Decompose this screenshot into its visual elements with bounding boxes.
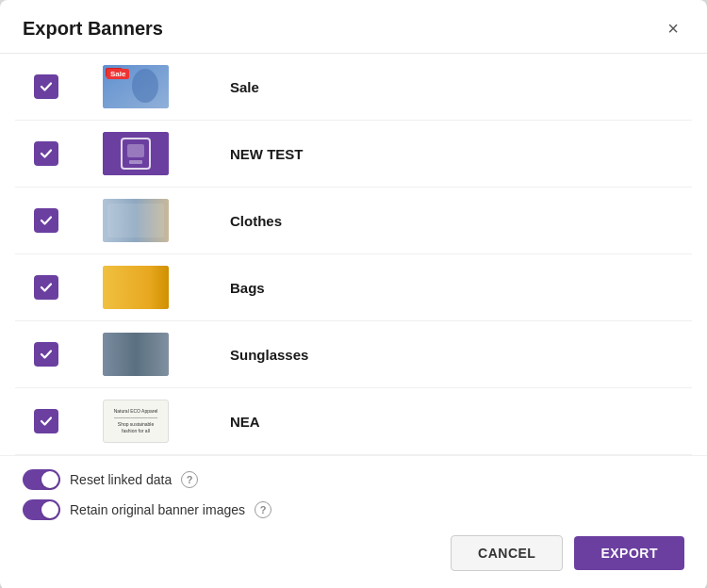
modal-title: Export Banners: [23, 18, 163, 40]
svg-rect-9: [107, 204, 164, 237]
modal-body: Sale Sale: [0, 54, 707, 455]
footer-actions: CANCEL EXPORT: [23, 535, 684, 571]
thumbnail-clothes: [89, 199, 183, 242]
thumbnail-image-newtest: [103, 132, 169, 175]
checkbox-clothes[interactable]: [34, 208, 58, 233]
banner-name-sunglasses: Sunglasses: [202, 347, 684, 363]
banner-name-clothes: Clothes: [202, 213, 684, 229]
footer-options: Reset linked data ? Retain original bann…: [23, 469, 684, 520]
option-label-retain: Retain original banner images: [70, 502, 245, 517]
checkbox-sunglasses[interactable]: [34, 342, 58, 367]
thumbnail-image-clothes: [103, 199, 169, 242]
banner-name-bags: Bags: [202, 280, 684, 296]
banner-row-sale: Sale Sale: [15, 54, 692, 121]
banner-row-clothes: Clothes: [15, 188, 692, 254]
modal-footer: Reset linked data ? Retain original bann…: [0, 455, 707, 588]
svg-rect-7: [129, 160, 142, 164]
svg-rect-1: [106, 68, 123, 77]
help-icon-reset[interactable]: ?: [181, 471, 198, 488]
toggle-knob-reset: [41, 471, 58, 488]
close-button[interactable]: ×: [662, 17, 684, 40]
checkbox-newtest[interactable]: [34, 141, 58, 166]
svg-point-3: [132, 69, 158, 103]
thumbnail-image-nea: Natural ECO Apparel ───────────── Shop s…: [103, 400, 169, 443]
nea-thumbnail-text: Natural ECO Apparel ───────────── Shop s…: [114, 408, 158, 434]
option-retain-images: Retain original banner images ?: [23, 499, 684, 520]
thumbnail-sunglasses: [89, 333, 183, 376]
svg-rect-10: [103, 266, 169, 309]
banner-name-sale: Sale: [202, 79, 684, 95]
option-reset-linked: Reset linked data ?: [23, 469, 684, 490]
modal-header: Export Banners ×: [0, 0, 707, 54]
thumbnail-nea: Natural ECO Apparel ───────────── Shop s…: [89, 400, 183, 443]
toggle-retain-images[interactable]: [23, 499, 60, 520]
thumbnail-newtest: [89, 132, 183, 175]
checkbox-wrap-clothes[interactable]: [23, 208, 70, 233]
help-icon-retain[interactable]: ?: [255, 501, 271, 518]
thumbnail-bags: [89, 266, 183, 309]
checkbox-bags[interactable]: [34, 275, 58, 300]
checkbox-sale[interactable]: [34, 74, 58, 99]
svg-rect-11: [103, 333, 169, 376]
thumbnail-image-sunglasses: [103, 333, 169, 376]
thumbnail-image-sale: Sale: [103, 65, 169, 108]
banner-row-nea: Natural ECO Apparel ───────────── Shop s…: [15, 388, 692, 455]
export-button[interactable]: EXPORT: [574, 536, 684, 570]
svg-rect-6: [127, 144, 144, 157]
option-label-reset: Reset linked data: [70, 472, 172, 487]
checkbox-nea[interactable]: [34, 409, 58, 433]
thumbnail-image-bags: [103, 266, 169, 309]
cancel-button[interactable]: CANCEL: [451, 535, 563, 571]
banner-row-newtest: NEW TEST: [15, 121, 692, 188]
banner-row-sunglasses: Sunglasses: [15, 321, 692, 388]
banner-name-newtest: NEW TEST: [202, 146, 684, 162]
checkbox-wrap-newtest[interactable]: [23, 141, 70, 166]
checkbox-wrap-nea[interactable]: [23, 409, 70, 433]
svg-text:Sale: Sale: [108, 71, 121, 76]
banner-row-bags: Bags: [15, 254, 692, 321]
checkbox-wrap-sunglasses[interactable]: [23, 342, 70, 367]
checkbox-wrap-bags[interactable]: [23, 275, 70, 300]
toggle-knob-retain: [41, 501, 58, 518]
export-banners-modal: Export Banners ×: [0, 0, 707, 588]
checkbox-wrap-sale[interactable]: [23, 74, 70, 99]
toggle-reset-linked[interactable]: [23, 469, 60, 490]
thumbnail-sale: Sale: [89, 65, 183, 108]
banner-name-nea: NEA: [202, 414, 684, 430]
